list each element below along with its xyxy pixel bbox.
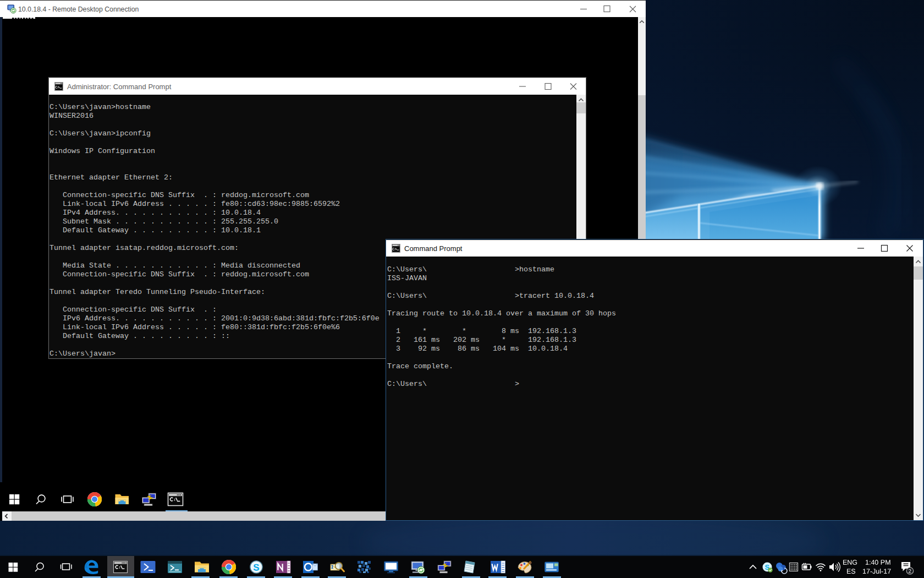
svg-text:S: S — [253, 562, 259, 572]
svg-text:2: 2 — [908, 568, 911, 574]
svg-text:1:40 PM: 1:40 PM — [865, 559, 891, 566]
svg-text:ES: ES — [846, 568, 856, 575]
svg-text:ENG: ENG — [843, 559, 857, 566]
svg-text:17-Jul-17: 17-Jul-17 — [862, 568, 891, 575]
